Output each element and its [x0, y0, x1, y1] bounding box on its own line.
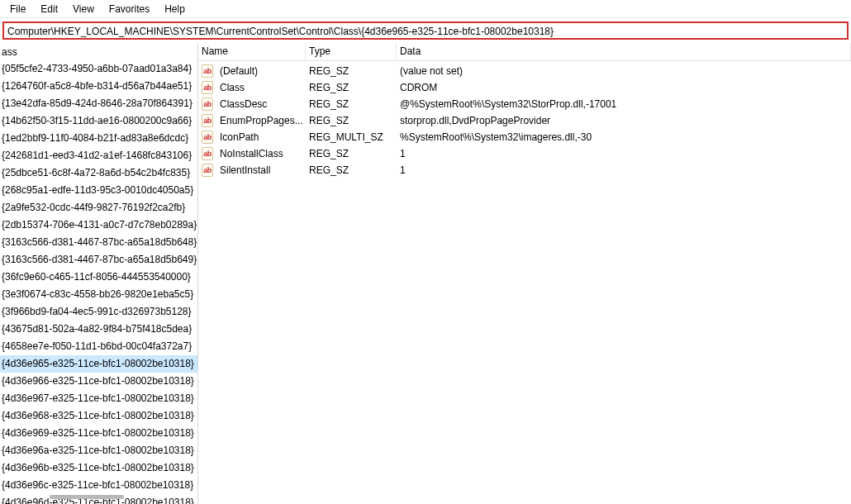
tree-item[interactable]: {1ed2bbf9-11f0-4084-b21f-ad83a8e6dcdc} — [0, 130, 197, 147]
values-pane: Name Type Data ab(Default)REG_SZ(value n… — [198, 43, 851, 504]
value-data: CDROM — [397, 80, 851, 95]
tree-item[interactable]: {4d36e969-e325-11ce-bfc1-08002be10318} — [0, 425, 197, 442]
tree-item[interactable]: {4d36e968-e325-11ce-bfc1-08002be10318} — [0, 407, 197, 425]
value-name: NoInstallClass — [216, 146, 306, 161]
value-name: IconPath — [216, 130, 306, 145]
value-name: EnumPropPages... — [216, 113, 306, 128]
tree-header: ass — [0, 45, 197, 60]
menu-file[interactable]: File — [3, 2, 32, 17]
tree-item[interactable]: {13e42dfa-85d9-424d-8646-28a70f864391} — [0, 95, 197, 112]
value-data: storprop.dll,DvdPropPageProvider — [397, 113, 851, 128]
value-name: ClassDesc — [216, 97, 306, 112]
value-name: Class — [216, 80, 306, 95]
column-header-name[interactable]: Name — [198, 43, 306, 60]
values-rows: ab(Default)REG_SZ(value not set)abClassR… — [198, 61, 851, 178]
tree-item[interactable]: {36fc9e60-c465-11cf-8056-444553540000} — [0, 269, 197, 286]
tree-item[interactable]: {3163c566-d381-4467-87bc-a65a18d5b648} — [0, 234, 197, 251]
tree-item[interactable]: {3f966bd9-fa04-4ec5-991c-d326973b5128} — [0, 303, 197, 321]
menubar: FileEditViewFavoritesHelp — [0, 0, 851, 18]
tree-item[interactable]: {14b62f50-3f15-11dd-ae16-0800200c9a66} — [0, 112, 197, 130]
value-type: REG_MULTI_SZ — [306, 130, 397, 145]
values-header: Name Type Data — [198, 43, 851, 61]
reg-string-icon: ab — [198, 63, 216, 79]
menu-view[interactable]: View — [66, 2, 101, 17]
value-data: %SystemRoot%\System32\imageres.dll,-30 — [397, 130, 851, 145]
value-type: REG_SZ — [306, 146, 397, 161]
tree-item[interactable]: {05f5cfe2-4733-4950-a6bb-07aad01a3a84} — [0, 60, 197, 78]
value-row[interactable]: abNoInstallClassREG_SZ1 — [198, 145, 851, 162]
value-name: (Default) — [216, 64, 306, 78]
value-row[interactable]: abIconPathREG_MULTI_SZ%SystemRoot%\Syste… — [198, 129, 851, 145]
content: ass {05f5cfe2-4733-4950-a6bb-07aad01a3a8… — [0, 43, 851, 504]
tree-item[interactable]: {2db15374-706e-4131-a0c7-d7c78eb0289a} — [0, 216, 197, 234]
value-data: 1 — [397, 146, 851, 161]
value-row[interactable]: abClassREG_SZCDROM — [198, 79, 851, 96]
tree-item[interactable]: {4d36e965-e325-11ce-bfc1-08002be10318} — [0, 355, 197, 373]
value-type: REG_SZ — [306, 163, 397, 178]
value-row[interactable]: ab(Default)REG_SZ(value not set) — [198, 63, 851, 79]
tree-item[interactable]: {242681d1-eed3-41d2-a1ef-1468fc843106} — [0, 147, 197, 164]
value-data: @%SystemRoot%\System32\StorProp.dll,-170… — [397, 97, 851, 112]
value-type: REG_SZ — [306, 113, 397, 128]
tree-item[interactable]: {4d36e96b-e325-11ce-bfc1-08002be10318} — [0, 459, 197, 477]
tree-item[interactable]: {4658ee7e-f050-11d1-b6bd-00c04fa372a7} — [0, 338, 197, 355]
menu-help[interactable]: Help — [158, 2, 192, 17]
reg-string-icon: ab — [198, 96, 216, 112]
value-type: REG_SZ — [306, 80, 397, 95]
menu-favorites[interactable]: Favorites — [102, 2, 156, 17]
addressbar[interactable]: Computer\HKEY_LOCAL_MACHINE\SYSTEM\Curre… — [2, 21, 849, 40]
reg-string-icon: ab — [198, 145, 216, 162]
keys-tree[interactable]: ass {05f5cfe2-4733-4950-a6bb-07aad01a3a8… — [0, 43, 198, 504]
tree-item[interactable]: {1264760f-a5c8-4bfe-b314-d56a7b44ae51} — [0, 78, 197, 95]
column-header-type[interactable]: Type — [306, 43, 397, 60]
value-data: 1 — [397, 163, 851, 178]
value-type: REG_SZ — [306, 97, 397, 112]
addressbar-wrap: Computer\HKEY_LOCAL_MACHINE\SYSTEM\Curre… — [0, 18, 851, 43]
horizontal-scrollbar-thumb[interactable] — [50, 495, 124, 499]
tree-item[interactable]: {4d36e966-e325-11ce-bfc1-08002be10318} — [0, 373, 197, 390]
tree-item[interactable]: {4d36e96c-e325-11ce-bfc1-08002be10318} — [0, 477, 197, 494]
tree-item[interactable]: {4d36e96a-e325-11ce-bfc1-08002be10318} — [0, 442, 197, 459]
value-row[interactable]: abSilentInstallREG_SZ1 — [198, 162, 851, 178]
menu-edit[interactable]: Edit — [34, 2, 64, 17]
tree-item[interactable]: {4d36e967-e325-11ce-bfc1-08002be10318} — [0, 390, 197, 407]
tree-item[interactable]: {3e3f0674-c83c-4558-bb26-9820e1eba5c5} — [0, 286, 197, 303]
value-type: REG_SZ — [306, 64, 397, 78]
reg-string-icon: ab — [198, 112, 216, 129]
value-name: SilentInstall — [216, 163, 306, 178]
column-header-data[interactable]: Data — [397, 43, 851, 60]
reg-string-icon: ab — [198, 129, 216, 145]
reg-string-icon: ab — [198, 162, 216, 178]
value-data: (value not set) — [397, 64, 851, 78]
reg-string-icon: ab — [198, 79, 216, 96]
value-row[interactable]: abClassDescREG_SZ@%SystemRoot%\System32\… — [198, 96, 851, 112]
value-row[interactable]: abEnumPropPages...REG_SZstorprop.dll,Dvd… — [198, 112, 851, 129]
tree-item[interactable]: {43675d81-502a-4a82-9f84-b75f418c5dea} — [0, 321, 197, 338]
tree-item[interactable]: {3163c566-d381-4467-87bc-a65a18d5b649} — [0, 251, 197, 269]
tree-item[interactable]: {25dbce51-6c8f-4a72-8a6d-b54c2b4fc835} — [0, 164, 197, 182]
tree-item[interactable]: {2a9fe532-0cdc-44f9-9827-76192f2ca2fb} — [0, 199, 197, 216]
tree-item[interactable]: {268c95a1-edfe-11d3-95c3-0010dc4050a5} — [0, 182, 197, 199]
